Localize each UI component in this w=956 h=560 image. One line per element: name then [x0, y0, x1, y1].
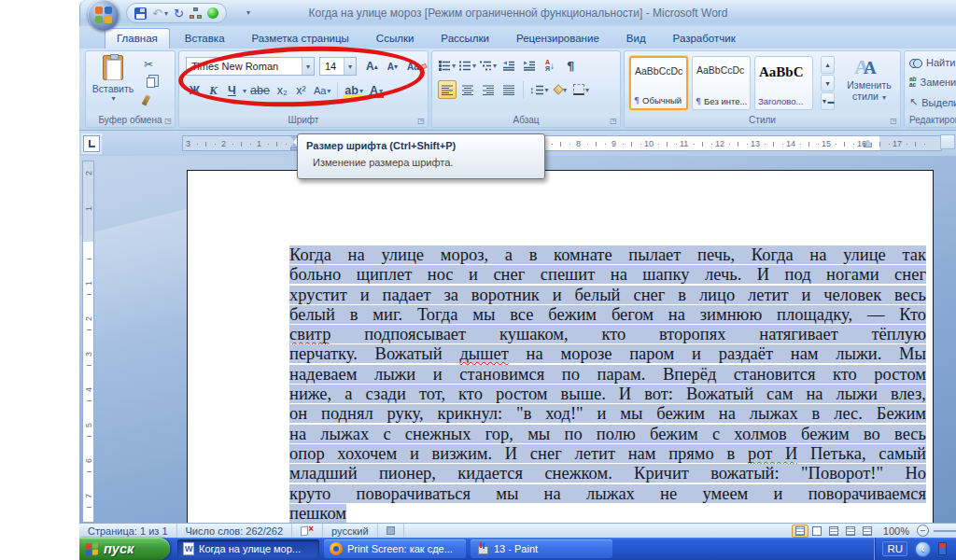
font-color-button[interactable]: А▾: [367, 81, 386, 100]
strikethrough-button[interactable]: abe: [247, 81, 273, 100]
document-page[interactable]: Когда на улице мороз, а в комнате пылает…: [187, 170, 934, 523]
subscript-button[interactable]: x₂: [274, 81, 291, 100]
green-sphere-icon[interactable]: [207, 7, 218, 19]
customize-qat-button[interactable]: ▾: [246, 8, 250, 17]
justify-button[interactable]: [499, 80, 518, 99]
tab-developer[interactable]: Разработчик: [661, 28, 748, 49]
copy-button[interactable]: [140, 74, 170, 91]
office-button[interactable]: [88, 0, 120, 31]
zoom-slider[interactable]: [934, 530, 956, 532]
doc-line[interactable]: свитр подпоясывает кушаком, кто второпях…: [289, 325, 926, 344]
doc-line[interactable]: хрустит и падает за воротник и белый сне…: [289, 286, 926, 305]
language-indicator[interactable]: русский: [323, 524, 377, 538]
paragraph-dialog-launcher[interactable]: ◳: [609, 116, 618, 125]
sort-button[interactable]: АЯ↓: [541, 56, 559, 75]
doc-line[interactable]: пешком: [289, 504, 926, 523]
ruler-toggle-button[interactable]: [940, 134, 955, 149]
tab-insert[interactable]: Вставка: [173, 28, 237, 49]
macro-record-indicator[interactable]: [378, 524, 404, 538]
styles-scroll-up-button[interactable]: ▲: [821, 56, 835, 74]
decrease-indent-button[interactable]: [499, 56, 518, 75]
align-center-button[interactable]: [458, 80, 477, 99]
clear-formatting-button[interactable]: Аа: [403, 57, 429, 76]
redo-icon[interactable]: ↻: [174, 7, 184, 20]
undo-button[interactable]: ↶ ▾: [152, 7, 168, 20]
vertical-ruler[interactable]: 121234567: [82, 161, 94, 523]
align-left-button[interactable]: [438, 80, 457, 99]
increase-indent-button[interactable]: [520, 56, 539, 75]
find-button[interactable]: Найти: [909, 57, 955, 68]
change-case-button[interactable]: Aa▾: [311, 81, 333, 100]
zoom-level[interactable]: 100%: [876, 525, 917, 537]
doc-line[interactable]: он поднял руку, крикнул: "в ход!" и мы б…: [289, 404, 926, 424]
word-count-indicator[interactable]: Число слов: 262/262: [177, 524, 293, 538]
cut-button[interactable]: ✂: [140, 56, 170, 74]
tab-view[interactable]: Вид: [614, 28, 658, 49]
clipboard-dialog-launcher[interactable]: ◳: [163, 116, 173, 125]
chevron-down-icon[interactable]: ▾: [302, 58, 314, 75]
replace-button[interactable]: abacЗаменить: [909, 77, 956, 88]
grow-font-button[interactable]: А▴: [362, 57, 382, 76]
doc-line[interactable]: круто поворачиваться мы на лыжах не умее…: [289, 484, 926, 504]
view-draft-button[interactable]: [859, 525, 876, 538]
document-text[interactable]: Когда на улице мороз, а в комнате пылает…: [289, 245, 926, 523]
zoom-out-button[interactable]: −: [917, 525, 929, 537]
spellcheck-indicator[interactable]: [292, 524, 323, 538]
doc-line[interactable]: надеваем лыжи и становимся по парам. Впе…: [289, 365, 926, 385]
doc-line[interactable]: Когда на улице мороз, а в комнате пылает…: [289, 245, 926, 265]
select-button[interactable]: ↖Выделить: [909, 96, 956, 108]
doc-line[interactable]: опор хохочем и визжим. И снег летит нам …: [289, 444, 926, 464]
task-firefox[interactable]: Print Screen: как сде...: [324, 539, 466, 558]
styles-scroll-down-button[interactable]: ▼: [821, 75, 835, 92]
chevron-down-icon[interactable]: ▾: [344, 58, 356, 75]
doc-line[interactable]: ниже, а сзади тот, кто ростом выше. И во…: [289, 385, 926, 404]
multilevel-list-button[interactable]: ▾: [479, 56, 498, 75]
task-word[interactable]: Когда на улице мор...: [177, 539, 319, 558]
style-card-1[interactable]: AaBbCcDc¶ Без инте...: [692, 56, 751, 110]
underline-button[interactable]: Ч: [223, 81, 241, 100]
italic-button[interactable]: К: [204, 81, 222, 100]
show-marks-button[interactable]: ¶: [561, 56, 580, 75]
start-button[interactable]: пуск: [79, 538, 170, 560]
doc-line[interactable]: на лыжах с снежных гор, мы по полю бежим…: [289, 425, 926, 444]
style-card-2[interactable]: AaBbCЗаголово...: [754, 56, 813, 110]
style-card-0[interactable]: AaBbCcDc¶ Обычный: [629, 56, 688, 110]
bold-button[interactable]: Ж: [186, 81, 204, 100]
view-fullscreen-reading-button[interactable]: [808, 525, 825, 538]
doc-line[interactable]: перчатку. Вожатый дышет на морозе паром …: [289, 344, 926, 364]
numbering-button[interactable]: ▾: [458, 56, 477, 75]
tab-home[interactable]: Главная: [105, 28, 170, 49]
task-paint[interactable]: 13 - Paint: [471, 539, 612, 558]
line-spacing-button[interactable]: ↕▾: [528, 80, 550, 99]
highlight-button[interactable]: ab▾: [342, 81, 366, 100]
language-bar[interactable]: RU: [882, 541, 907, 556]
paste-button[interactable]: Вставить ▾: [91, 55, 134, 115]
view-web-layout-button[interactable]: [825, 525, 842, 538]
tab-page-layout[interactable]: Разметка страницы: [240, 28, 361, 49]
styles-gallery-expand-button[interactable]: ▼▬: [821, 92, 835, 110]
doc-line[interactable]: белый в миг. Тогда мы все бежим бегом на…: [289, 305, 926, 325]
superscript-button[interactable]: x²: [292, 81, 310, 100]
bullets-button[interactable]: ▾: [438, 56, 457, 75]
page-indicator[interactable]: Страница: 1 из 1: [79, 524, 177, 538]
tab-review[interactable]: Рецензирование: [504, 28, 612, 49]
doc-line[interactable]: больно щиплет нос и снег спешит на шапку…: [289, 265, 926, 285]
shading-button[interactable]: ▾: [552, 80, 570, 99]
change-styles-button[interactable]: AA Изменить стили ▾: [841, 55, 897, 102]
tray-collapse-button[interactable]: ‹: [915, 541, 931, 557]
tab-mailings[interactable]: Рассылки: [429, 28, 501, 49]
borders-button[interactable]: ▾: [572, 80, 591, 99]
shrink-font-button[interactable]: А▾: [384, 57, 401, 76]
align-right-button[interactable]: [479, 80, 498, 99]
battery-tray-icon[interactable]: [938, 542, 947, 555]
font-size-combo[interactable]: 14 ▾: [319, 57, 357, 76]
view-print-layout-button[interactable]: [792, 525, 808, 538]
save-icon[interactable]: [134, 7, 147, 20]
chevron-down-icon[interactable]: ▾: [243, 87, 246, 95]
format-painter-button[interactable]: [140, 91, 170, 109]
tab-references[interactable]: Ссылки: [364, 28, 427, 49]
diagram-icon[interactable]: [190, 7, 202, 19]
tab-stop-selector[interactable]: [83, 135, 100, 152]
font-dialog-launcher[interactable]: ◳: [416, 116, 426, 125]
view-outline-button[interactable]: [842, 525, 859, 538]
